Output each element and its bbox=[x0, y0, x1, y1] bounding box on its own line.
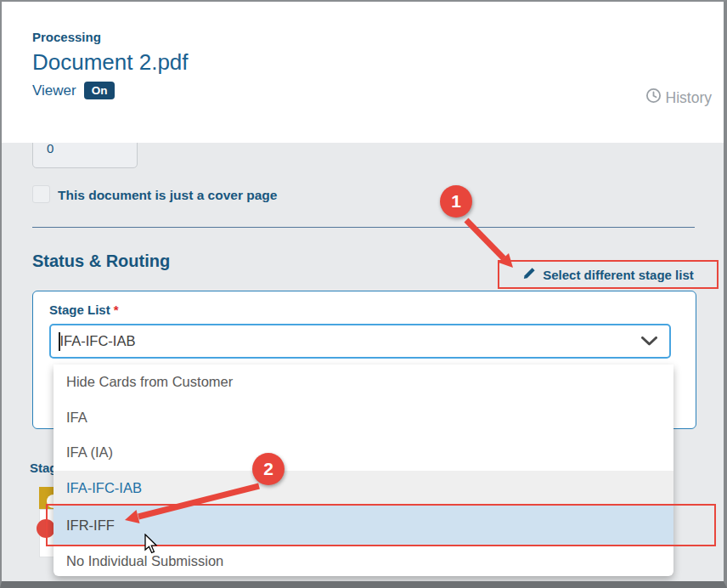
annotation-box-1: Select different stage list bbox=[498, 260, 719, 289]
stage-list-combobox[interactable]: IFA-IFC-IAB bbox=[49, 324, 671, 359]
clock-icon bbox=[645, 88, 662, 108]
viewer-on-badge[interactable]: On bbox=[84, 82, 116, 99]
app-window: 0 This document is just a cover page Sta… bbox=[0, 0, 727, 588]
stage-list-label: Stage List* bbox=[49, 302, 119, 317]
cover-page-label: This document is just a cover page bbox=[58, 188, 277, 203]
breadcrumb: Processing bbox=[32, 30, 101, 44]
stage-list-label-text: Stage List bbox=[49, 302, 110, 317]
cover-page-checkbox[interactable] bbox=[32, 185, 50, 203]
history-button[interactable]: History bbox=[645, 88, 712, 108]
pencil-icon bbox=[522, 267, 536, 283]
history-label: History bbox=[666, 89, 712, 107]
required-asterisk: * bbox=[114, 302, 119, 317]
viewer-label: Viewer bbox=[32, 82, 76, 99]
stages-section-title: Stages bbox=[30, 461, 54, 475]
select-different-stage-list-label: Select different stage list bbox=[543, 268, 694, 282]
select-different-stage-list-button[interactable]: Select different stage list bbox=[499, 262, 717, 287]
page-title: Document 2.pdf bbox=[32, 49, 189, 76]
annotation-step-2-badge: 2 bbox=[252, 453, 285, 485]
dropdown-option-hide-cards[interactable]: Hide Cards from Customer bbox=[54, 365, 673, 400]
viewer-toggle-row: Viewer On bbox=[32, 82, 115, 99]
status-routing-title: Status & Routing bbox=[32, 252, 170, 271]
chevron-down-icon[interactable] bbox=[641, 334, 657, 349]
dropdown-option-ifa-ia[interactable]: IFA (IA) bbox=[54, 435, 673, 471]
page-header: Processing Document 2.pdf Viewer On Hist… bbox=[2, 2, 724, 143]
stage-list-value: IFA-IFC-IAB bbox=[60, 333, 136, 349]
dropdown-option-ifa[interactable]: IFA bbox=[54, 400, 673, 436]
section-divider bbox=[32, 227, 695, 228]
annotation-step-1-badge: 1 bbox=[440, 185, 472, 218]
mouse-cursor bbox=[144, 534, 159, 556]
dropdown-option-ifa-ifc-iab[interactable]: IFA-IFC-IAB bbox=[54, 471, 673, 506]
